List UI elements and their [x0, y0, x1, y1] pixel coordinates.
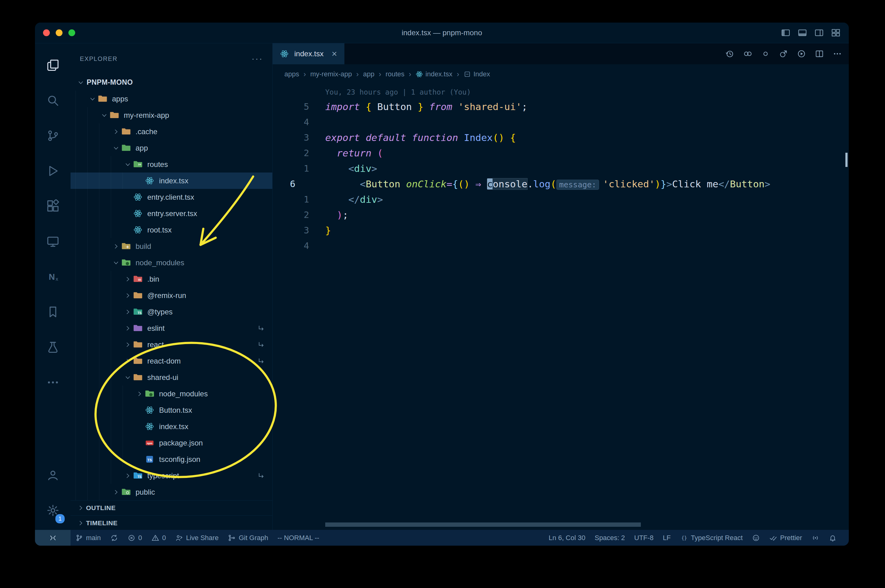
timeline-icon[interactable] — [725, 49, 734, 58]
breadcrumb-item-app[interactable]: app — [363, 70, 375, 78]
code-token — [325, 163, 348, 174]
close-tab-icon[interactable]: × — [332, 49, 337, 58]
status-item-eol[interactable]: LF — [658, 530, 676, 546]
tree-item-eslint[interactable]: eslint — [71, 320, 272, 336]
outline-icon[interactable] — [761, 49, 770, 58]
code-line[interactable]: 5import { Button } from 'shared-ui'; — [272, 99, 849, 114]
status-item-remote-indicator[interactable] — [35, 530, 71, 546]
tree-item-node-modules[interactable]: node_modules — [71, 386, 272, 402]
nx-console-icon[interactable]: Nx — [35, 259, 71, 294]
minimize-window-button[interactable] — [56, 29, 63, 36]
code-line[interactable]: 4 — [272, 114, 849, 130]
code-line[interactable]: 1 </div> — [272, 192, 849, 207]
status-item-notifications[interactable] — [824, 530, 841, 546]
tree-item-tsconfig-json[interactable]: TStsconfig.json — [71, 451, 272, 467]
status-item-formatter[interactable]: Prettier — [765, 530, 807, 546]
tree-item-shared-ui[interactable]: shared-ui — [71, 369, 272, 386]
tree-item-react[interactable]: react — [71, 336, 272, 353]
layout-panel-bottom-icon[interactable] — [798, 28, 807, 38]
sync-icon — [110, 534, 118, 542]
status-item-sync[interactable] — [105, 530, 123, 546]
sidebar-section-outline[interactable]: OUTLINE — [71, 500, 272, 515]
status-item-vim-mode[interactable]: -- NORMAL -- — [273, 530, 324, 546]
tree-item-build[interactable]: build — [71, 238, 272, 254]
code-line[interactable]: 3} — [272, 223, 849, 238]
sidebar-section-timeline[interactable]: TIMELINE — [71, 515, 272, 531]
status-item-warnings[interactable]: 0 — [147, 530, 170, 546]
horizontal-scrollbar[interactable] — [325, 522, 641, 527]
tree-item-app[interactable]: app — [71, 140, 272, 156]
tree-item-root-tsx[interactable]: root.tsx — [71, 222, 272, 238]
tree-item--types[interactable]: TS@types — [71, 304, 272, 320]
layout-sidebar-left-icon[interactable] — [781, 28, 791, 38]
status-item-errors[interactable]: 0 — [123, 530, 147, 546]
tree-item-package-json[interactable]: npmpackage.json — [71, 435, 272, 451]
status-item-indentation[interactable]: Spaces: 2 — [590, 530, 630, 546]
preview-icon[interactable] — [779, 49, 788, 58]
tree-item-entry-client-tsx[interactable]: entry.client.tsx — [71, 189, 272, 205]
tree-item--bin[interactable]: .bin — [71, 271, 272, 287]
indent-guide — [99, 484, 111, 500]
tree-item-node-modules[interactable]: node_modules — [71, 254, 272, 271]
code-editor[interactable]: You, 23 hours ago | 1 author (You) 5impo… — [272, 84, 849, 530]
breadcrumb-item-routes[interactable]: routes — [385, 70, 405, 78]
status-item-language-mode[interactable]: {}TypeScript React — [676, 530, 748, 546]
tree-item-routes[interactable]: routes — [71, 156, 272, 172]
tree-item-typescript[interactable]: TStypescript — [71, 467, 272, 484]
more-actions-icon[interactable] — [833, 49, 842, 58]
indent-guide — [87, 418, 99, 435]
tab-index-tsx[interactable]: index.tsx × — [272, 43, 345, 64]
account-icon[interactable] — [35, 458, 71, 493]
tree-item-index-tsx[interactable]: index.tsx — [71, 418, 272, 435]
run-debug-icon[interactable] — [35, 153, 71, 189]
tab-label: index.tsx — [294, 50, 324, 58]
bookmarks-icon[interactable] — [35, 294, 71, 330]
extensions-icon[interactable] — [35, 189, 71, 224]
tree-item-apps[interactable]: apps — [71, 91, 272, 107]
close-window-button[interactable] — [43, 29, 50, 36]
status-item-git-graph[interactable]: Git Graph — [223, 530, 272, 546]
status-item-screen-reader[interactable] — [807, 530, 824, 546]
tree-item--remix-run[interactable]: @remix-run — [71, 287, 272, 304]
run-code-icon[interactable] — [797, 49, 806, 58]
explorer-icon[interactable] — [35, 48, 71, 83]
settings-icon[interactable]: 1 — [35, 493, 71, 528]
code-line[interactable]: 6 <Button onClick={() ⇒ console.log(mess… — [272, 176, 849, 192]
breadcrumb-item-my-remix-app[interactable]: my-remix-app — [310, 70, 352, 78]
search-icon[interactable] — [35, 83, 71, 118]
tree-item-public[interactable]: public — [71, 484, 272, 500]
tree-item-react-dom[interactable]: react-dom — [71, 353, 272, 369]
remote-explorer-icon[interactable] — [35, 224, 71, 259]
source-control-icon[interactable] — [35, 118, 71, 153]
status-item-encoding[interactable]: UTF-8 — [630, 530, 658, 546]
layout-sidebar-right-icon[interactable] — [814, 28, 824, 38]
zoom-window-button[interactable] — [68, 29, 75, 36]
layout-grid-icon[interactable] — [831, 28, 841, 38]
breadcrumb-item-index-tsx[interactable]: index.tsx — [415, 70, 452, 78]
open-changes-icon[interactable] — [743, 49, 752, 58]
code-line[interactable]: 1 <div> — [272, 161, 849, 176]
tree-item-pnpm-mono[interactable]: PNPM-MONO — [71, 74, 272, 91]
status-item-branch[interactable]: main — [71, 530, 105, 546]
more-views-icon[interactable] — [35, 365, 71, 400]
tree-item-index-tsx[interactable]: index.tsx — [71, 172, 272, 189]
code-line[interactable]: 2 ); — [272, 207, 849, 223]
code-line[interactable]: 4 — [272, 238, 849, 254]
tree-item-my-remix-app[interactable]: my-remix-app — [71, 107, 272, 123]
status-item-cursor-position[interactable]: Ln 6, Col 30 — [544, 530, 590, 546]
status-item-live-share[interactable]: Live Share — [170, 530, 223, 546]
tree-item-entry-server-tsx[interactable]: entry.server.tsx — [71, 205, 272, 222]
code-line[interactable]: 3export default function Index() { — [272, 130, 849, 145]
code-line[interactable]: 2 return ( — [272, 145, 849, 161]
test-explorer-icon[interactable] — [35, 330, 71, 365]
split-editor-icon[interactable] — [815, 49, 824, 58]
breadcrumb-item-apps[interactable]: apps — [284, 70, 299, 78]
tree-item-button-tsx[interactable]: Button.tsx — [71, 402, 272, 418]
breadcrumb-item-index[interactable]: Index — [464, 70, 490, 78]
indent-guide — [75, 467, 87, 484]
indent-guide — [87, 156, 99, 172]
status-item-copilot[interactable] — [747, 530, 765, 546]
indent-guide — [99, 271, 111, 287]
sidebar-more-actions[interactable]: ··· — [251, 54, 263, 64]
tree-item--cache[interactable]: .cache — [71, 123, 272, 140]
